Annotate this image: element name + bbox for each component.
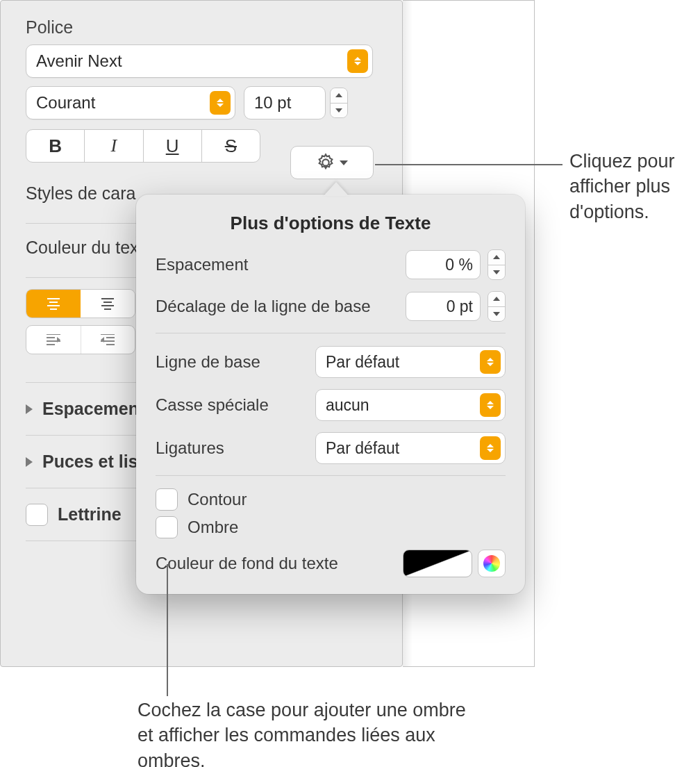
text-bg-color-well[interactable] [403, 550, 472, 577]
callout-gear: Cliquez pour afficher plus d'options. [569, 149, 694, 224]
ligatures-select[interactable]: Par défaut [315, 432, 506, 464]
align-center-button[interactable] [81, 290, 135, 317]
increase-indent-button[interactable] [81, 326, 135, 354]
disclosure-triangle-icon [26, 457, 33, 467]
color-wheel-icon [483, 555, 500, 572]
italic-button[interactable]: I [85, 130, 143, 162]
chevron-up-down-icon [480, 350, 501, 374]
alignment-segmented [26, 289, 135, 318]
spacing-label: Espacemen [42, 399, 139, 419]
baseline-label: Ligne de base [156, 352, 260, 372]
spacing-stepper[interactable] [488, 249, 506, 280]
gear-icon [316, 153, 335, 172]
font-size-stepper[interactable] [330, 88, 348, 118]
font-family-label: Avenir Next [36, 51, 347, 71]
more-text-options-popover: Plus d'options de Texte Espacement 0 % D… [136, 195, 525, 594]
shadow-checkbox[interactable] [156, 516, 178, 538]
text-bg-color-label: Couleur de fond du texte [156, 554, 338, 573]
text-style-segmented: B I U S [26, 129, 260, 163]
font-weight-select[interactable]: Courant [26, 86, 235, 119]
chevron-up-down-icon [480, 436, 501, 460]
baseline-shift-field[interactable]: 0 pt [406, 292, 481, 321]
color-picker-button[interactable] [478, 550, 506, 577]
stepper-down[interactable] [331, 104, 347, 118]
separator [156, 333, 506, 333]
dropcap-label: Lettrine [58, 504, 122, 525]
popover-title: Plus d'options de Texte [156, 213, 506, 234]
decrease-indent-button[interactable] [26, 326, 81, 354]
chevron-up-down-icon [480, 393, 501, 417]
font-family-select[interactable]: Avenir Next [26, 44, 373, 78]
chevron-up-down-icon [210, 91, 231, 115]
outline-label: Contour [188, 490, 247, 509]
callout-line [375, 164, 562, 165]
baseline-shift-stepper[interactable] [488, 291, 506, 322]
baseline-select[interactable]: Par défaut [315, 346, 506, 378]
callout-line [167, 564, 168, 696]
underline-button[interactable]: U [144, 130, 202, 162]
font-size-value: 10 pt [254, 93, 325, 113]
police-heading: Police [26, 17, 381, 38]
outline-checkbox[interactable] [156, 488, 178, 511]
dropcap-checkbox[interactable] [26, 504, 48, 526]
chevron-up-down-icon [347, 49, 368, 73]
spacing-field[interactable]: 0 % [406, 250, 481, 279]
capitalization-select[interactable]: aucun [315, 389, 506, 421]
separator [156, 475, 506, 476]
indent-segmented [26, 325, 135, 354]
font-size-field[interactable]: 10 pt [244, 86, 326, 119]
shadow-label: Ombre [188, 518, 238, 537]
disclosure-triangle-icon [26, 404, 33, 414]
align-left-button[interactable] [26, 290, 81, 317]
font-weight-label: Courant [36, 93, 210, 113]
baseline-shift-label: Décalage de la ligne de base [156, 297, 371, 316]
bullets-label: Puces et lis [42, 452, 138, 472]
bold-button[interactable]: B [26, 130, 85, 162]
strikethrough-button[interactable]: S [202, 130, 260, 162]
chevron-down-icon [340, 160, 348, 165]
more-options-button[interactable] [290, 146, 374, 179]
capitalization-label: Casse spéciale [156, 395, 269, 415]
stepper-up[interactable] [331, 88, 347, 104]
ligatures-label: Ligatures [156, 438, 224, 458]
spacing-label: Espacement [156, 255, 248, 274]
callout-shadow: Cochez la case pour ajouter une ombre et… [138, 698, 471, 767]
